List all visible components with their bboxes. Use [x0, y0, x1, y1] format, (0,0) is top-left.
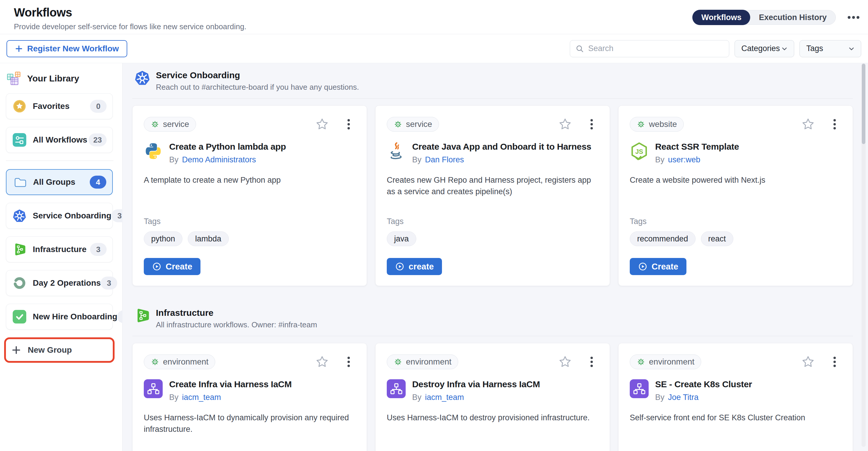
vertical-scrollbar[interactable] [862, 63, 866, 447]
star-outline-icon [558, 118, 572, 131]
favorite-star-button[interactable] [558, 355, 572, 369]
kebab-menu-icon [828, 118, 841, 131]
card-menu-button[interactable] [828, 355, 841, 369]
more-menu-button[interactable] [846, 10, 861, 25]
create-button[interactable]: Create [630, 258, 686, 275]
new-group-highlight-annotation: New Group [4, 337, 115, 363]
sidebar-item-new-hire-onboarding[interactable]: New Hire Onboarding 5 [6, 304, 113, 330]
section-header: Service Onboarding Reach out to #archite… [132, 70, 853, 92]
tag-pill: react [701, 231, 733, 246]
card-menu-button[interactable] [342, 118, 355, 131]
type-badge: website [630, 117, 684, 132]
section-subtitle: All infrastructure workflows. Owner: #in… [156, 320, 317, 329]
type-badge: service [144, 117, 196, 132]
sidebar-item-all-workflows[interactable]: All Workflows 23 [6, 127, 113, 153]
sidebar-item-infrastructure[interactable]: Infrastructure 3 [6, 236, 113, 262]
author-link[interactable]: Joe Titra [668, 393, 699, 402]
tab-execution-history[interactable]: Execution History [750, 10, 836, 25]
gear-icon [394, 120, 402, 129]
tags-dropdown[interactable]: Tags [800, 40, 861, 57]
card-title: SE - Create K8s Cluster [655, 379, 752, 389]
author-link[interactable]: user:web [668, 155, 701, 164]
favorite-star-button[interactable] [558, 118, 572, 131]
kebab-menu-icon [342, 118, 355, 131]
search-input[interactable] [588, 44, 724, 53]
check-icon [13, 310, 26, 323]
card-menu-button[interactable] [828, 118, 841, 131]
card-title: Destroy Infra via Harness IaCM [412, 379, 540, 389]
tags-label: Tags [387, 217, 598, 226]
nodejs-icon: JS [630, 142, 649, 161]
header-actions: Workflows Execution History [692, 10, 861, 25]
search-icon [576, 44, 584, 54]
section-divider [132, 98, 853, 99]
sidebar-item-day-2-operations[interactable]: Day 2 Operations 3 [6, 270, 113, 296]
section-divider [132, 336, 853, 336]
kebab-menu-icon [585, 118, 598, 131]
star-outline-icon [315, 118, 329, 131]
section-title: Service Onboarding [156, 70, 359, 80]
author-link[interactable]: Dan Flores [425, 155, 464, 164]
count-badge: 3 [90, 243, 106, 256]
gear-icon [637, 120, 645, 129]
type-badge: environment [144, 354, 215, 369]
play-circle-icon [638, 262, 647, 271]
card-menu-button[interactable] [585, 118, 598, 131]
sidebar-item-favorites[interactable]: Favorites 0 [6, 93, 113, 119]
workflow-card-destroy-infra: environment [375, 343, 610, 451]
card-menu-button[interactable] [585, 355, 598, 369]
cards-row: service [132, 105, 853, 286]
card-description: A template to create a new Python app [144, 174, 355, 186]
star-outline-icon [315, 355, 329, 369]
favorite-star-button[interactable] [315, 118, 329, 131]
card-description: Creates new GH Repo and Harness project,… [387, 174, 598, 197]
sidebar-list: Favorites 0 All Workflows 23 [0, 93, 122, 363]
type-badge: environment [630, 354, 701, 369]
create-button[interactable]: create [387, 258, 442, 275]
section-title: Infrastructure [156, 308, 317, 318]
page-subtitle: Provide developer self-service for flows… [14, 22, 247, 31]
author-link[interactable]: Demo Administrators [182, 155, 256, 164]
gear-icon [151, 120, 159, 129]
new-group-button[interactable]: New Group [6, 339, 113, 361]
sidebar-item-all-groups[interactable]: All Groups 4 [6, 169, 113, 195]
tab-workflows[interactable]: Workflows [692, 10, 750, 25]
create-button[interactable]: Create [144, 258, 200, 275]
workflow-card-se-k8s-cluster: environment [618, 343, 853, 451]
kebab-menu-icon [342, 355, 355, 369]
workflow-card-react-ssr: website [618, 105, 853, 286]
tags-label: Tags [630, 217, 841, 226]
count-badge: 23 [89, 133, 106, 147]
author-link[interactable]: iacm_team [182, 393, 221, 402]
iacm-icon [144, 379, 163, 398]
python-icon [144, 142, 163, 161]
infrastructure-icon [135, 308, 150, 323]
favorite-star-button[interactable] [315, 355, 329, 369]
chevron-down-icon [847, 44, 856, 53]
tag-pill: recommended [630, 231, 695, 246]
folder-icon [13, 175, 27, 189]
ring-icon [13, 276, 26, 290]
plus-icon [11, 345, 21, 355]
card-title: Create a Python lambda app [169, 142, 286, 152]
card-description: Uses Harness-IaCM to dynamically provisi… [144, 412, 355, 435]
svg-text:JS: JS [636, 148, 643, 155]
favorite-star-button[interactable] [801, 118, 815, 131]
library-header: Your Library [0, 71, 122, 86]
favorite-star-button[interactable] [801, 355, 815, 369]
section-infrastructure: Infrastructure All infrastructure workfl… [132, 308, 853, 451]
type-badge: environment [387, 354, 458, 369]
sidebar-divider [6, 161, 113, 161]
card-menu-button[interactable] [342, 355, 355, 369]
workflows-icon [13, 133, 26, 147]
card-title: Create Infra via Harness IaCM [169, 379, 292, 389]
gear-icon [394, 357, 402, 366]
sidebar-item-service-onboarding[interactable]: Service Onboarding 3 [6, 203, 113, 229]
toolbar: Register New Workflow Categories Tags [0, 34, 868, 63]
scrollbar-thumb[interactable] [862, 64, 865, 144]
author-link[interactable]: iacm_team [425, 393, 464, 402]
categories-dropdown[interactable]: Categories [735, 40, 794, 57]
gear-icon [637, 357, 645, 366]
register-new-workflow-button[interactable]: Register New Workflow [6, 40, 127, 57]
content: Your Library Favorites 0 [0, 63, 868, 451]
